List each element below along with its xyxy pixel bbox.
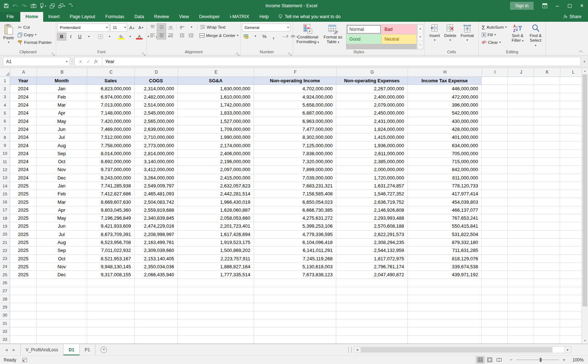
cell-J25[interactable] <box>508 271 534 279</box>
cell-K2[interactable] <box>534 85 560 93</box>
cell-G17[interactable]: 2,146,926,608 <box>336 206 408 214</box>
cell-K18[interactable] <box>534 214 560 222</box>
cell-F26[interactable] <box>254 279 336 287</box>
grow-font-button[interactable]: A▲ <box>128 24 136 31</box>
cell-A33[interactable] <box>10 336 37 344</box>
cell-K20[interactable] <box>534 231 560 239</box>
row-header-15[interactable]: 15 <box>0 190 10 198</box>
cell-B25[interactable]: Dec <box>37 271 87 279</box>
styles-more-button[interactable]: ⍗ <box>418 41 423 49</box>
fill-color-button[interactable] <box>117 33 126 40</box>
cell-I20[interactable] <box>482 231 508 239</box>
cell-K33[interactable] <box>534 336 560 344</box>
cell-I18[interactable] <box>482 214 508 222</box>
header-cell-F1[interactable]: Non-operating Income <box>254 77 336 85</box>
cell-B29[interactable] <box>37 303 87 311</box>
ribbon-tab-i-matrix[interactable]: i-MATRIX <box>225 12 254 22</box>
cell-D17[interactable]: 2,559,819,688 <box>135 206 178 214</box>
cell-K7[interactable] <box>534 125 560 133</box>
row-header-2[interactable]: 2 <box>0 85 10 93</box>
row-header-30[interactable]: 30 <box>0 311 10 319</box>
cell-H32[interactable] <box>408 327 482 335</box>
tell-me-box[interactable]: Tell me what you want to do <box>274 12 345 22</box>
cell-B20[interactable]: Jul <box>37 231 87 239</box>
cell-F30[interactable] <box>254 311 336 319</box>
cell-E13[interactable]: 2,415,000,000 <box>178 174 254 182</box>
cell-A16[interactable]: 2025 <box>10 198 37 206</box>
cell-I5[interactable] <box>482 109 508 117</box>
number-dialog-launcher[interactable] <box>288 51 292 54</box>
prev-sheet-icon[interactable]: ◀ <box>5 348 8 352</box>
cell-B30[interactable] <box>37 311 87 319</box>
cell-H26[interactable] <box>408 279 482 287</box>
cell-K4[interactable] <box>534 101 560 109</box>
customize-qat-icon[interactable]: ▔▾ <box>69 4 73 8</box>
cell-G20[interactable]: 2,622,291,573 <box>336 231 408 239</box>
align-right-button[interactable] <box>166 32 175 39</box>
cell-style-good[interactable]: Good <box>346 34 381 44</box>
cell-F7[interactable]: 7,477,000,000 <box>254 125 336 133</box>
cell-H8[interactable]: 401,000,000 <box>408 133 482 141</box>
cell-E14[interactable]: 2,632,057,623 <box>178 182 254 190</box>
cell-C31[interactable] <box>87 319 135 327</box>
cell-C27[interactable] <box>87 287 135 295</box>
cell-H6[interactable]: 430,000,000 <box>408 117 482 125</box>
cell-F13[interactable]: 7,039,000,000 <box>254 174 336 182</box>
sheet-tab-v-profitandloss[interactable]: V_ProfitAndLoss <box>21 344 63 355</box>
normal-view-button[interactable] <box>476 356 485 364</box>
row-header-23[interactable]: 23 <box>0 255 10 263</box>
cell-B31[interactable] <box>37 319 87 327</box>
cell-F32[interactable] <box>254 327 336 335</box>
cell-E20[interactable]: 1,617,426,694 <box>178 231 254 239</box>
cell-C21[interactable]: 6,523,956,708 <box>87 239 135 247</box>
select-all-corner[interactable] <box>0 68 11 76</box>
cell-J2[interactable] <box>508 85 534 93</box>
header-cell-B1[interactable]: Month <box>37 77 87 85</box>
delete-cells-button[interactable]: Delete▾ <box>442 23 459 49</box>
cell-E19[interactable]: 2,201,723,401 <box>178 222 254 230</box>
cell-A24[interactable]: 2025 <box>10 263 37 271</box>
font-dialog-launcher[interactable] <box>142 51 146 54</box>
scroll-down-icon[interactable]: ▼ <box>582 338 588 344</box>
cell-B10[interactable]: Sep <box>37 150 87 158</box>
cell-D16[interactable]: 2,504,083,742 <box>135 198 178 206</box>
minimize-button[interactable]: ─ <box>551 0 563 12</box>
wrap-text-button[interactable]: Wrap Text <box>199 24 226 31</box>
cell-F21[interactable]: 6,104,096,418 <box>254 239 336 247</box>
cell-K23[interactable] <box>534 255 560 263</box>
row-header-31[interactable]: 31 <box>0 319 10 327</box>
header-cell-H1[interactable]: Income Tax Expense <box>408 77 482 85</box>
cell-C2[interactable]: 6,823,000,000 <box>87 85 135 93</box>
cell-J11[interactable] <box>508 158 534 166</box>
cut-button[interactable]: ✂Cut <box>17 24 53 31</box>
cell-J32[interactable] <box>508 327 534 335</box>
cell-G2[interactable]: 2,267,000,000 <box>336 85 408 93</box>
cell-K22[interactable] <box>534 247 560 255</box>
cell-B6[interactable]: May <box>37 117 87 125</box>
cell-A32[interactable] <box>10 327 37 335</box>
alignment-dialog-launcher[interactable] <box>236 51 240 54</box>
new-window-icon[interactable]: ▾ <box>58 4 65 8</box>
expand-formula-bar-icon[interactable]: ▾ <box>581 60 588 63</box>
cell-J10[interactable] <box>508 150 534 158</box>
cell-style-neutral[interactable]: Neutral <box>382 34 416 44</box>
cell-J16[interactable] <box>508 198 534 206</box>
cell-E3[interactable]: 1,610,000,000 <box>178 93 254 101</box>
cell-A2[interactable]: 2024 <box>10 85 37 93</box>
cell-E32[interactable] <box>178 327 254 335</box>
cell-H23[interactable]: 818,129,076 <box>408 255 482 263</box>
cell-I19[interactable] <box>482 222 508 230</box>
formula-input[interactable]: Year <box>102 57 581 66</box>
cell-G21[interactable]: 2,308,294,235 <box>336 239 408 247</box>
cell-J13[interactable] <box>508 174 534 182</box>
page-break-view-button[interactable] <box>494 356 504 364</box>
ribbon-display-options-icon[interactable] <box>539 0 551 12</box>
cell-E26[interactable] <box>178 279 254 287</box>
confirm-entry-icon[interactable]: ✓ <box>86 59 90 64</box>
format-painter-button[interactable]: Format Painter <box>17 39 53 46</box>
clear-button[interactable]: Clear▾ <box>481 39 508 46</box>
cell-E9[interactable]: 2,174,000,000 <box>178 141 254 149</box>
align-top-button[interactable] <box>148 24 157 31</box>
cell-H18[interactable]: 767,653,241 <box>408 214 482 222</box>
cell-J33[interactable] <box>508 336 534 344</box>
